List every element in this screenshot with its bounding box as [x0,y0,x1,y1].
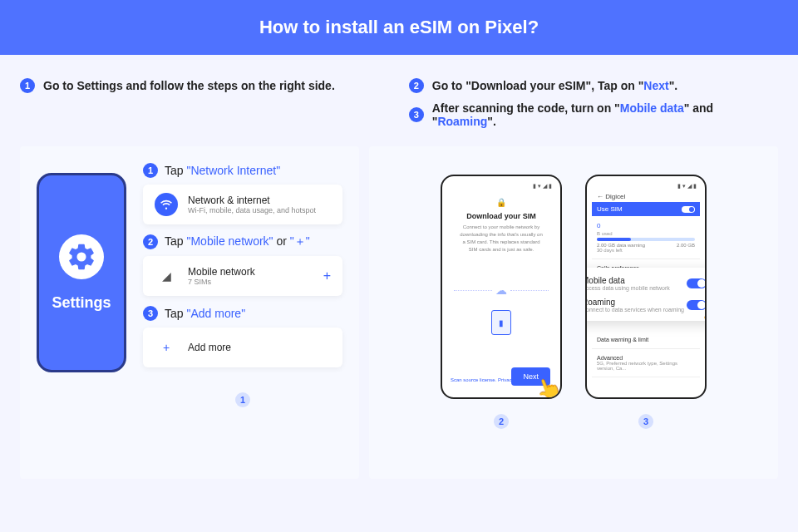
sim-icon: ▮ [491,310,511,335]
add-more-card[interactable]: + Add more [143,328,342,367]
panel-2-3: ▮ ▾ ◢ ▮ 🔒 Download your SIM Connect to y… [369,146,778,479]
roaming-link: Roaming [437,115,487,128]
download-sim-desc: Connect to your mobile network by downlo… [454,224,549,254]
panel-marker-2: 2 [494,414,509,429]
wifi-icon [155,193,178,216]
settings-label: Settings [52,294,111,312]
next-link: Next [643,79,668,92]
usage-bar [597,238,695,241]
intro-step-1: 1 Go to Settings and follow the steps on… [20,78,384,93]
intro-step-1-text: Go to Settings and follow the steps on t… [43,79,335,92]
settings-phone-mock: Settings [37,173,126,372]
sim-settings-phone: ▮ ▾ ◢ ▮ ← Digicel Use SIM 0 B used 2.00 … [585,175,707,399]
substep-2: 2 Tap "Mobile network" or "＋" [143,234,342,249]
use-sim-toggle-row[interactable]: Use SIM [592,202,700,216]
substep-3: 3 Tap "Add more" [143,306,342,321]
page-header: How to install an eSIM on Pixel? [0,0,798,55]
intro-step-2: 2 Go to "Download your eSIM", Tap on "Ne… [409,78,778,93]
substep-1: 1 Tap "Network Internet" [143,163,342,178]
download-sim-phone: ▮ ▾ ◢ ▮ 🔒 Download your SIM Connect to y… [441,175,562,399]
roaming-toggle-row[interactable]: RoamingConnect to data services when roa… [585,298,707,313]
panel-marker-1: 1 [235,392,250,407]
mobile-data-link: Mobile data [620,101,684,115]
intro-step-3: 3 After scanning the code, turn on "Mobi… [409,101,778,128]
cloud-icon: ☁ [495,283,507,297]
status-bar: ▮ ▾ ◢ ▮ [592,181,700,191]
toggle-on-icon[interactable] [687,278,707,288]
step-badge: 1 [20,78,35,93]
step-badge: 2 [409,78,424,93]
signal-icon: ◢ [155,264,178,288]
advanced-row[interactable]: Advanced 5G, Preferred network type, Set… [592,349,700,377]
data-warning-row[interactable]: Data warning & limit [592,331,700,349]
network-internet-card[interactable]: Network & internet Wi-Fi, mobile, data u… [143,185,342,224]
intro-section: 1 Go to Settings and follow the steps on… [0,55,798,146]
page-title: How to install an eSIM on Pixel? [259,17,539,38]
gear-icon [59,234,104,279]
panel-marker-3: 3 [638,414,653,429]
plus-icon: + [155,336,178,359]
panel-1: Settings 1 Tap "Network Internet" Networ… [20,146,359,479]
download-sim-title: Download your SIM [454,212,549,220]
step-badge: 3 [409,107,424,122]
toggles-overlay: Mobile dataAccess data using mobile netw… [585,268,707,321]
status-bar: ▮ ▾ ◢ ▮ [447,181,555,191]
mobile-network-card[interactable]: ◢ Mobile network 7 SIMs + [143,256,342,296]
toggle-icon[interactable] [682,206,695,213]
lock-icon: 🔒 [454,198,549,207]
mobile-data-toggle-row[interactable]: Mobile dataAccess data using mobile netw… [585,276,707,291]
plus-icon[interactable]: + [323,268,331,283]
